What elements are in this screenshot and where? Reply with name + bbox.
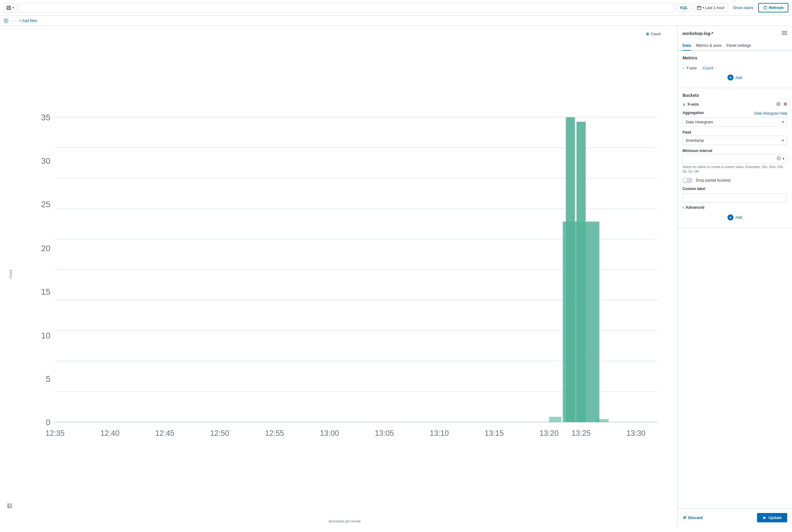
buckets-title: Buckets	[682, 93, 787, 98]
buckets-add-button[interactable]: + Add	[682, 212, 787, 223]
bucket-header: ∨ X-axis ✕	[682, 101, 787, 107]
svg-text:12:40: 12:40	[100, 429, 119, 437]
svg-text:30: 30	[41, 156, 50, 166]
panel-tabs: Data Metrics & axes Panel settings	[678, 39, 792, 51]
x-axis-title: X-axis	[687, 102, 699, 107]
legend-dot	[646, 33, 649, 36]
aggregation-select[interactable]: Date Histogram ▾	[682, 117, 787, 127]
refresh-icon	[763, 6, 767, 10]
add-filter-button[interactable]: + Add filter	[19, 18, 37, 23]
eye-icon[interactable]	[776, 102, 781, 107]
table-icon	[7, 504, 12, 508]
metrics-title: Metrics	[682, 56, 787, 60]
search-type-button[interactable]: ▾	[4, 3, 17, 12]
bucket-icons: ✕	[776, 101, 787, 107]
y-axis-chevron[interactable]: ›	[682, 66, 684, 70]
svg-rect-1	[7, 8, 10, 9]
svg-text:0: 0	[46, 418, 50, 427]
discard-button[interactable]: ✕ Discard	[682, 515, 703, 520]
custom-label-label: Custom label	[682, 187, 787, 191]
top-bar: ▾ status:WARN|FAIL KQL ▾ Last 1 hour Sho…	[0, 0, 792, 16]
chart-wrapper: Count Count	[5, 30, 673, 519]
svg-text:35: 35	[41, 113, 50, 122]
update-button[interactable]: Update	[757, 513, 787, 522]
panel-menu-icon[interactable]	[782, 30, 787, 37]
min-interval-input[interactable]: Auto	[683, 154, 775, 163]
svg-text:12:55: 12:55	[265, 429, 284, 437]
y-axis-type: Count	[703, 66, 713, 70]
x-axis-chevron[interactable]: ∨	[682, 102, 685, 107]
chart-area: Count Count	[0, 26, 677, 527]
svg-marker-55	[763, 516, 766, 519]
add-circle-icon: +	[728, 214, 734, 221]
date-range-button[interactable]: ▾ Last 1 hour	[694, 3, 728, 12]
tab-metrics-axes[interactable]: Metrics & axes	[696, 41, 721, 51]
metrics-section: Metrics › Y-axis Count + Add	[678, 51, 792, 88]
refresh-button[interactable]: Refresh	[758, 3, 788, 12]
filter-options-button[interactable]	[4, 18, 8, 23]
field-label: Field	[682, 130, 787, 134]
aggregation-label-row: Aggregation Date Histogram help	[682, 111, 787, 116]
svg-text:13:30: 13:30	[626, 429, 645, 437]
svg-text:10: 10	[41, 331, 50, 340]
drop-partial-toggle[interactable]	[682, 178, 693, 183]
chart-legend: Count	[646, 32, 660, 36]
tab-panel-settings[interactable]: Panel settings	[726, 41, 751, 51]
svg-text:13:05: 13:05	[375, 429, 394, 437]
sidebar-panel: workshop-log-* Data Metrics & axes Panel…	[677, 26, 792, 527]
refresh-label: Refresh	[769, 5, 784, 10]
svg-text:5: 5	[46, 374, 50, 384]
panel-header: workshop-log-*	[678, 26, 792, 37]
svg-point-51	[778, 103, 779, 104]
svg-rect-2	[697, 6, 701, 10]
svg-text:15: 15	[41, 287, 50, 297]
svg-text:12:45: 12:45	[155, 429, 174, 437]
svg-rect-40	[549, 417, 561, 422]
svg-text:13:00: 13:00	[320, 429, 339, 437]
discard-x-icon: ✕	[682, 515, 686, 520]
custom-label-input[interactable]	[682, 193, 787, 203]
min-interval-section: Minimum interval Auto ▾ Select an option…	[682, 149, 787, 174]
aggregation-value: Date Histogram	[686, 120, 713, 124]
show-dates-button[interactable]: Show dates	[731, 4, 756, 12]
metrics-add-label: Add	[735, 75, 742, 80]
add-circle-icon: +	[728, 75, 734, 80]
search-input[interactable]: status:WARN|FAIL	[19, 3, 674, 12]
calendar-icon	[697, 6, 701, 10]
table-view-button[interactable]	[7, 504, 12, 509]
svg-text:13:20: 13:20	[540, 429, 559, 437]
interval-hint: Select an option or create a custom valu…	[682, 165, 787, 174]
advanced-row[interactable]: › Advanced	[682, 203, 787, 212]
field-value: timestamp	[686, 138, 704, 142]
drop-partial-label: Drop partial buckets	[696, 178, 731, 183]
chevron-down-icon: ▾	[12, 6, 14, 10]
x-axis-label: timestamp per minute	[17, 519, 673, 523]
legend-label: Count	[651, 32, 660, 36]
svg-text:12:35: 12:35	[45, 429, 64, 437]
main-content: Count Count	[0, 26, 792, 527]
metrics-add-button[interactable]: + Add	[682, 72, 787, 83]
discard-label: Discard	[688, 515, 703, 520]
kql-button[interactable]: KQL	[677, 4, 691, 12]
svg-point-4	[5, 20, 7, 21]
field-select[interactable]: timestamp ▾	[682, 136, 787, 145]
svg-point-50	[776, 102, 780, 106]
remove-bucket-icon[interactable]: ✕	[783, 101, 787, 107]
y-axis-label-text: Y-axis	[686, 66, 697, 70]
custom-label-section: Custom label	[682, 187, 787, 203]
toggle-knob	[683, 178, 687, 183]
aggregation-label: Aggregation	[682, 111, 704, 115]
chevron-down-icon: ▾	[702, 6, 704, 10]
min-interval-input-row: Auto ▾	[682, 154, 787, 164]
svg-rect-39	[563, 222, 599, 422]
bucket-left: ∨ X-axis	[682, 102, 699, 107]
clear-interval-icon[interactable]	[775, 156, 782, 162]
chart-svg: 0 5 10 15 20 25 30 35 12:35 12:40 12:45 …	[17, 30, 673, 510]
tab-data[interactable]: Data	[682, 41, 691, 51]
date-histogram-help-link[interactable]: Date Histogram help	[754, 111, 787, 115]
buckets-section: Buckets ∨ X-axis ✕	[678, 88, 792, 228]
aggregation-section: Aggregation Date Histogram help Date His…	[682, 111, 787, 127]
filter-bar: — + Add filter	[0, 16, 792, 26]
svg-text:13:10: 13:10	[430, 429, 449, 437]
interval-chevron: ▾	[782, 157, 787, 161]
